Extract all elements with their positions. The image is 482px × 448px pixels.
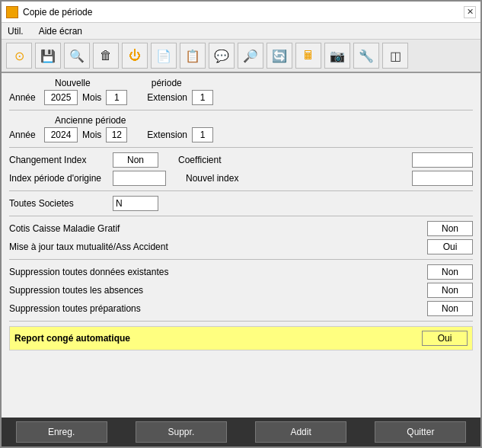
menu-aide[interactable]: Aide écran — [36, 24, 85, 38]
index-periode-input[interactable] — [113, 171, 166, 186]
ancienne-annee-label: Année — [9, 130, 40, 140]
suppr-button[interactable]: Suppr. — [136, 421, 227, 443]
report-conge-row: Report congé automatique — [9, 326, 473, 350]
menu-util[interactable]: Util. — [5, 24, 27, 38]
nouvel-index-label: Nouvel index — [186, 173, 238, 184]
window-title: Copie de période — [23, 7, 92, 18]
coefficient-input[interactable] — [412, 152, 473, 168]
nouvelle-title: Nouvelle — [55, 78, 91, 88]
suppression-donnees-input[interactable] — [427, 264, 473, 280]
paste-button[interactable]: 📋 — [180, 43, 206, 69]
ancienne-mois-label: Mois — [82, 130, 101, 140]
search-button[interactable]: 🔍 — [64, 43, 90, 69]
copy-button[interactable]: 📄 — [151, 43, 177, 69]
delete-button[interactable]: 🗑 — [93, 43, 119, 69]
ancienne-extension-label: Extension — [147, 130, 187, 140]
footer: Enreg. Suppr. Addit Quitter — [2, 418, 480, 446]
app-icon: ▣ — [6, 6, 18, 18]
cotis-caisse-label: Cotis Caisse Maladie Gratif — [9, 223, 423, 234]
power-button[interactable]: ⏻ — [122, 43, 148, 69]
index-periode-label: Index période d'origine — [9, 173, 108, 184]
home-button[interactable]: ⊙ — [6, 43, 32, 69]
nouvelle-annee-label: Année — [9, 92, 40, 103]
calc-button[interactable]: 🖩 — [295, 43, 321, 69]
changement-index-input[interactable] — [113, 152, 158, 168]
suppression-absences-label: Suppression toutes les absences — [9, 285, 423, 296]
report-conge-label: Report congé automatique — [14, 333, 130, 344]
ancienne-extension-input[interactable] — [192, 127, 213, 142]
refresh-button[interactable]: 🔄 — [267, 43, 292, 69]
mise-a-jour-input[interactable] — [427, 239, 473, 254]
suppression-donnees-label: Suppression toutes données existantes — [9, 267, 423, 277]
toolbar: ⊙ 💾 🔍 🗑 ⏻ 📄 📋 💬 🔎 🔄 🖩 — [2, 40, 480, 73]
main-window: ▣ Copie de période ✕ Util. Aide écran ⊙ … — [0, 0, 482, 448]
suppression-absences-input[interactable] — [427, 283, 473, 298]
mise-a-jour-label: Mise à jour taux mutualité/Ass Accident — [9, 242, 423, 252]
settings-button[interactable]: 🔧 — [353, 43, 379, 69]
camera-button[interactable]: 📷 — [324, 43, 350, 69]
cotis-caisse-input[interactable] — [427, 221, 473, 236]
suppression-preparations-input[interactable] — [427, 301, 473, 316]
toutes-societes-label: Toutes Societes — [9, 198, 108, 209]
title-bar: ▣ Copie de période ✕ — [2, 2, 480, 23]
nouvelle-mois-input[interactable] — [106, 90, 127, 105]
nouvelle-mois-label: Mois — [82, 92, 101, 103]
coefficient-label: Coefficient — [178, 155, 221, 165]
title-bar-left: ▣ Copie de période — [6, 6, 92, 18]
enreg-button[interactable]: Enreg. — [16, 421, 107, 443]
menu-bar: Util. Aide écran — [2, 23, 480, 40]
close-button[interactable]: ✕ — [464, 6, 476, 18]
nouvel-index-input[interactable] — [412, 171, 473, 186]
zoom-button[interactable]: 🔎 — [238, 43, 263, 69]
report-conge-input[interactable] — [422, 331, 468, 346]
ancienne-title: Ancienne période — [55, 115, 126, 126]
nouvelle-extension-input[interactable] — [192, 90, 213, 105]
chat-button[interactable]: 💬 — [209, 43, 235, 69]
nav-button[interactable]: ◫ — [382, 43, 408, 69]
ancienne-mois-input[interactable] — [106, 127, 127, 142]
nouvelle-annee-input[interactable] — [44, 90, 78, 105]
nouvelle-extension-label: Extension — [147, 92, 187, 103]
save-button[interactable]: 💾 — [35, 43, 61, 69]
addit-button[interactable]: Addit — [255, 421, 346, 443]
changement-index-label: Changement Index — [9, 155, 108, 165]
periode-subtitle: période — [152, 78, 182, 88]
toutes-societes-input[interactable] — [113, 196, 158, 211]
quitter-button[interactable]: Quitter — [375, 421, 466, 443]
ancienne-annee-input[interactable] — [44, 127, 78, 142]
suppression-preparations-label: Suppression toutes préparations — [9, 303, 423, 314]
main-content: Nouvelle période Année Mois Extension An… — [2, 73, 480, 418]
